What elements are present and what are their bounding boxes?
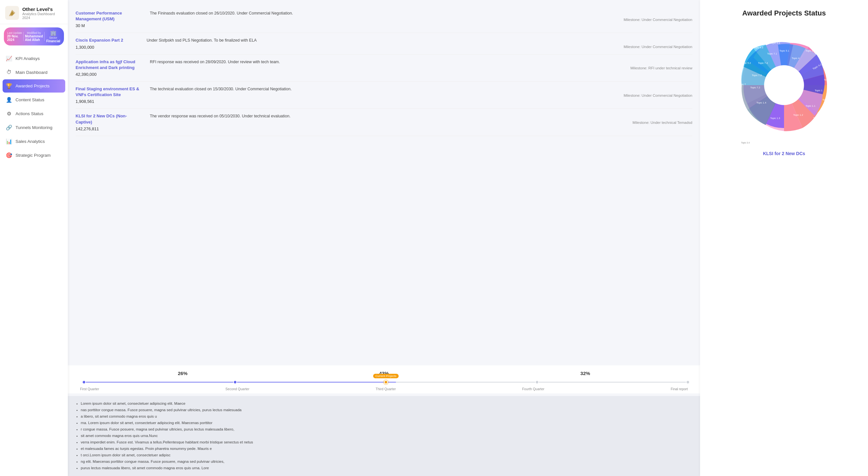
right-panel-title: Awarded Projects Status [742,9,826,18]
svg-text:Topic 1.1: Topic 1.1 [806,104,815,107]
project-right-3: The technical evaluation closed on 15/30… [150,86,692,97]
svg-text:Topic 7: Topic 7 [790,95,799,98]
table-row: Customer Performance Management (USM) 30… [75,6,692,33]
project-left-2: Application infra as fgjf Cloud Enrichme… [75,59,144,77]
donut-svg: Topic 4.2 Topic 2.1 Topic 2 Topic 2.2 To… [723,24,845,146]
project-value-0: 30 M [75,23,144,28]
label-q2: Second Quarter [225,387,249,391]
awarded-projects-icon: 🏆 [6,83,12,89]
svg-text:Topic 4.1: Topic 4.1 [770,42,780,44]
brand-name: Other Level's [22,6,63,12]
modified-by-section: Modified by Mohammed Abd Allah [25,31,43,42]
list-item: r congue massa. Fusce posuere, magna sed… [81,426,692,433]
svg-text:Topic 7.1: Topic 7.1 [767,52,777,55]
sidebar-item-sales-analytics[interactable]: 📊 Sales Analytics [0,135,68,148]
list-item: et malesuada fames ac turpis egestas. Pr… [81,446,692,452]
svg-text:Topic 1.3: Topic 1.3 [770,117,780,120]
label-final: Final report [671,387,688,391]
svg-text:Topic 2.7: Topic 2.7 [827,107,837,110]
current-projects-badge: Current Projects [373,374,399,378]
list-item: verra imperdiet enim. Fusce est. Vivamus… [81,439,692,445]
modified-by-value: Mohammed Abd Allah [25,35,43,42]
sidebar: Other Level's Analytics Dashboard 2024 L… [0,0,68,476]
sidebar-item-actions-status[interactable]: ⚙ Actions Status [0,107,68,120]
table-row: Ciscis Expansion Part 2 1,300,000 Under … [75,33,692,54]
info-divider-2 [44,32,44,41]
sidebar-item-main-dashboard[interactable]: ⏱ Main Dashboard [0,66,68,79]
svg-text:Topic 3.3: Topic 3.3 [746,129,755,132]
sidebar-header: Other Level's Analytics Dashboard 2024 [0,0,68,24]
svg-text:Topic 3.1: Topic 3.1 [763,138,772,141]
timeline-dot-2[interactable]: Current Projects [384,380,388,384]
timeline-labels: First Quarter Second Quarter Third Quart… [75,387,692,391]
project-left-0: Customer Performance Management (USM) 30… [75,10,144,28]
list-item: t orci.Lorem ipsum dolor sit amet, conse… [81,452,692,458]
project-name-0[interactable]: Customer Performance Management (USM) [75,10,144,22]
project-value-2: 42,390,000 [75,72,144,77]
sidebar-nav: 📈 KPI Analisys ⏱ Main Dashboard 🏆 Awarde… [0,50,68,476]
project-desc-4: The vendor response was received on 05/1… [150,113,692,119]
table-row: Final Staging environment ES & VNFs Cert… [75,81,692,109]
sidebar-item-content-status[interactable]: 👤 Content Status [0,93,68,106]
info-bar: Last Update 20 Nov. 2024 Modified by Moh… [4,27,64,45]
label-q1: First Quarter [80,387,99,391]
strategic-label: Strategic Program [16,153,51,158]
sidebar-item-tunnels-monitoring[interactable]: 🔗 Tunnels Monitoring [0,121,68,134]
svg-text:Topic 7.4: Topic 7.4 [758,62,768,65]
kpi-icon: 📈 [6,56,12,62]
project-milestone-1: Milestone: Under Commercial Negotiation [147,45,692,49]
timeline-area: 26% 43% 32% Current Projects First Quart… [68,365,700,394]
project-value-3: 1,908,561 [75,99,144,104]
actions-status-label: Actions Status [16,111,43,116]
last-update-value: 20 Nov. 2024 [7,35,22,42]
brand-subtitle: Analytics Dashboard 2024 [22,12,63,20]
project-desc-0: The Fininasds evaluation closed on 26/10… [150,10,692,16]
svg-text:Topic 4: Topic 4 [790,40,798,43]
project-right-1: Under Sisfpskh ssd PLS Negotiation. To b… [147,37,692,49]
timeline-dot-1[interactable] [233,380,237,384]
content-status-label: Content Status [16,97,44,102]
sidebar-item-awarded-projects[interactable]: 🏆 Awarded Projects [3,79,65,93]
timeline-dot-0[interactable] [82,380,86,384]
svg-point-1 [764,65,804,105]
svg-text:Topic 3: Topic 3 [741,113,749,116]
project-milestone-2: Milestone: RFI under technical review [150,66,692,70]
svg-text:Topic 2.1: Topic 2.1 [824,78,834,81]
strategic-icon: 🎯 [6,152,12,158]
project-name-3[interactable]: Final Staging environment ES & VNFs Cert… [75,86,144,98]
project-left-4: KLSI for 2 New DCs (Non-Captive) 142,276… [75,113,144,131]
main-content: Customer Performance Management (USM) 30… [68,0,700,476]
project-desc-2: RFI response was received on 28/09/2020.… [150,59,692,65]
project-name-4[interactable]: KLSI for 2 New DCs (Non-Captive) [75,113,144,125]
table-row: KLSI for 2 New DCs (Non-Captive) 142,276… [75,109,692,136]
svg-text:Topic 2: Topic 2 [823,98,830,101]
timeline-dot-3[interactable] [535,380,539,384]
list-item: ng elit. Maecenas porttitor congue massa… [81,458,692,465]
dashboard-icon: ⏱ [6,69,12,75]
svg-text:Topic 1.4: Topic 1.4 [756,101,766,104]
list-item: purus lectus malesuada libero, sit amet … [81,465,692,471]
sidebar-item-kpi[interactable]: 📈 KPI Analisys [0,52,68,65]
brand-text: Other Level's Analytics Dashboard 2024 [22,6,63,20]
svg-text:Topic 2.4: Topic 2.4 [778,132,787,135]
project-milestone-0: Milestone: Under Commercial Negotiation [150,18,692,22]
modified-by-label: Modified by [27,31,41,35]
project-value-1: 1,300,000 [75,45,140,50]
project-left-1: Ciscis Expansion Part 2 1,300,000 [75,37,140,49]
project-name-2[interactable]: Application infra as fgjf Cloud Enrichme… [75,59,144,71]
sector-label: Sector [50,36,58,39]
bottom-text-list: Lorem ipsum dolor sit amet, consectetuer… [75,401,692,471]
svg-text:Topic 5.2: Topic 5.2 [741,62,751,65]
timeline-dot-4[interactable] [686,380,690,384]
project-name-1[interactable]: Ciscis Expansion Part 2 [75,37,140,43]
donut-chart: Topic 4.2 Topic 2.1 Topic 2 Topic 2.2 To… [723,24,845,146]
donut-label: KLSI for 2 New DCs [763,151,805,156]
list-item: Lorem ipsum dolor sit amet, consectetuer… [81,401,692,407]
sidebar-item-strategic-program[interactable]: 🎯 Strategic Program [0,149,68,162]
svg-text:Topic 5.1: Topic 5.1 [779,49,789,52]
project-right-2: RFI response was received on 28/09/2020.… [150,59,692,70]
last-update-section: Last Update 20 Nov. 2024 [7,31,22,42]
tunnels-label: Tunnels Monitoring [16,125,52,130]
list-item: nas porttitor congue massa. Fusce posuer… [81,407,692,413]
label-q3: Third Quarter [376,387,396,391]
